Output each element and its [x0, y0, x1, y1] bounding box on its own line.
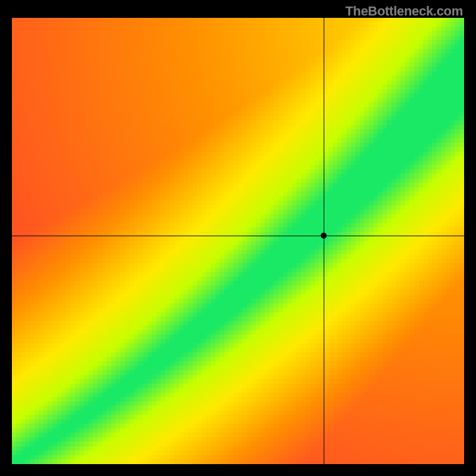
crosshair-vertical	[324, 18, 324, 464]
plot-area	[12, 18, 464, 464]
crosshair-horizontal	[12, 236, 464, 236]
chart-frame: TheBottleneck.com	[0, 0, 476, 476]
watermark-text: TheBottleneck.com	[345, 4, 463, 19]
heatmap-canvas	[12, 18, 464, 464]
marker-dot	[321, 233, 327, 239]
